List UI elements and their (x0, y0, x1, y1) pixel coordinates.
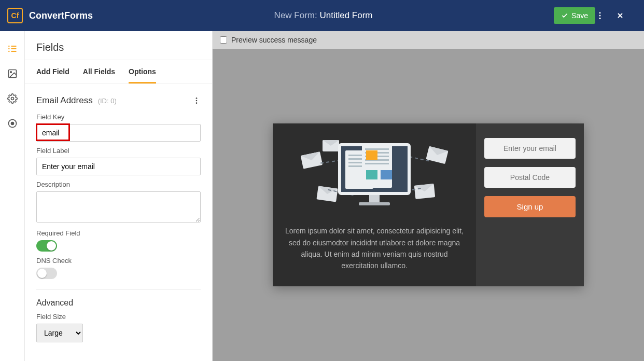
input-field-key[interactable] (36, 124, 201, 142)
svg-point-9 (8, 48, 10, 50)
label-field-key: Field Key (36, 113, 201, 121)
envelope-icon (323, 140, 339, 151)
monitor-icon (338, 143, 411, 205)
svg-point-1 (599, 15, 601, 17)
divider (36, 289, 201, 290)
left-rail (0, 31, 25, 361)
svg-point-2 (599, 18, 601, 19)
title-form-name[interactable]: Untitled Form (319, 10, 372, 20)
panel-tabs: Add Field All Fields Options (25, 60, 212, 84)
preview-success-checkbox[interactable] (220, 36, 227, 44)
card-left: Lorem ipsum dolor sit amet, consectetur … (273, 123, 476, 286)
svg-point-13 (11, 98, 13, 100)
envelope-icon (301, 152, 323, 169)
preview-signup-button[interactable]: Sign up (484, 196, 576, 217)
svg-point-16 (196, 98, 198, 99)
rail-target-icon[interactable] (7, 118, 18, 129)
toggle-dns[interactable] (36, 268, 57, 279)
section-advanced: Advanced (25, 294, 212, 309)
preview-bar: Preview success message (213, 31, 644, 49)
top-bar: Cf ConvertForms New Form: Untitled Form … (0, 0, 644, 31)
envelope-icon (316, 186, 338, 202)
preview-postal-input[interactable] (484, 167, 576, 188)
svg-point-15 (11, 122, 13, 125)
svg-point-10 (8, 51, 10, 52)
label-description: Description (36, 180, 201, 188)
logo-icon: Cf (7, 8, 23, 23)
label-field-size: Field Size (36, 313, 201, 321)
save-button[interactable]: Save (554, 7, 595, 24)
svg-point-18 (196, 102, 198, 104)
field-id-badge: (ID: 0) (98, 97, 117, 105)
rail-design-icon[interactable] (7, 68, 18, 79)
check-icon (561, 12, 568, 19)
page-title: New Form: Untitled Form (93, 10, 554, 21)
canvas: Preview success message (213, 31, 644, 361)
envelope-icon (426, 146, 448, 164)
close-icon[interactable] (616, 11, 637, 20)
label-dns: DNS Check (36, 257, 201, 265)
rail-fields-icon[interactable] (7, 44, 18, 54)
preview-email-input[interactable] (484, 138, 576, 159)
kebab-menu-icon[interactable] (595, 11, 616, 20)
card-body-text: Lorem ipsum dolor sit amet, consectetur … (285, 225, 464, 272)
envelope-icon (414, 184, 436, 199)
tab-options[interactable]: Options (129, 60, 156, 84)
input-description[interactable] (36, 191, 201, 223)
svg-point-12 (10, 72, 11, 73)
brand-name: ConvertForms (29, 10, 93, 21)
tab-all-fields[interactable]: All Fields (83, 60, 115, 84)
newsletter-illustration (297, 138, 452, 216)
preview-success-label: Preview success message (231, 36, 317, 44)
field-type-title: Email Address (36, 95, 93, 106)
tab-add-field[interactable]: Add Field (36, 60, 69, 84)
input-field-label[interactable] (36, 158, 201, 175)
svg-point-17 (196, 100, 198, 102)
label-field-label: Field Label (36, 147, 201, 155)
save-button-label: Save (571, 11, 588, 20)
panel-title: Fields (25, 31, 212, 60)
form-preview-card: Lorem ipsum dolor sit amet, consectetur … (273, 123, 584, 286)
rail-settings-icon[interactable] (7, 93, 18, 104)
fields-panel: Fields Add Field All Fields Options Emai… (25, 31, 213, 361)
card-right: Sign up (476, 123, 584, 286)
toggle-required[interactable] (36, 240, 57, 252)
label-required: Required Field (36, 229, 201, 237)
svg-point-0 (599, 12, 601, 13)
title-prefix: New Form: (274, 10, 317, 20)
field-kebab-icon[interactable] (192, 96, 201, 105)
svg-point-8 (8, 46, 10, 47)
select-field-size[interactable]: Large (36, 324, 83, 342)
